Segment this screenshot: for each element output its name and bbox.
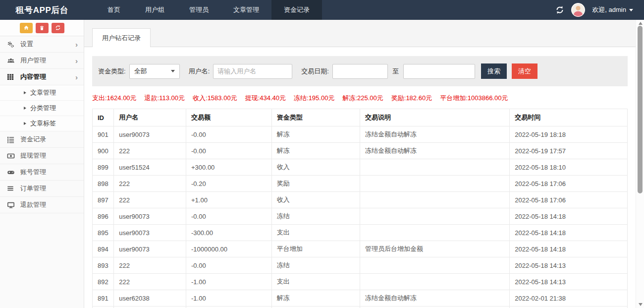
table-cell-3: +300.00 [186, 159, 271, 176]
app-brand: 租号APP后台 [0, 0, 84, 20]
bars-icon [7, 185, 15, 192]
table-cell-5: 冻结金额自动解冻 [360, 126, 509, 143]
user-menu[interactable]: 欢迎, admin [592, 5, 633, 14]
topnav-item-5[interactable]: 资金记录 [271, 0, 322, 20]
search-button[interactable]: 搜索 [481, 63, 507, 79]
date-to-input[interactable] [403, 64, 475, 79]
caret-right-icon [24, 91, 26, 94]
table-cell-2: user51524 [114, 159, 186, 176]
table-cell-1: 890 [93, 307, 114, 308]
table-cell-2: 222 [114, 257, 186, 274]
table-cell-4: 收入 [271, 192, 360, 208]
table-cell-6: 2022-02-01 21:38 [510, 290, 628, 307]
table-cell-2: 222 [114, 192, 186, 208]
sidebar-subitem-label: 分类管理 [30, 104, 56, 113]
vertical-scrollbar[interactable] [636, 20, 644, 308]
table-row: 899user51524+300.00收入2022-05-18 18:10 [93, 159, 628, 176]
table-cell-6: 2022-05-19 18:18 [510, 126, 628, 143]
summary-item: 提现:434.40元 [245, 94, 286, 103]
gamepad-icon [7, 168, 15, 176]
summary-item: 退款:113.00元 [145, 94, 185, 103]
table-cell-1: 897 [93, 192, 114, 208]
sidebar-item-5[interactable]: 提现管理 [0, 148, 84, 164]
table-cell-5: 冻结金额自动解冻 [360, 290, 509, 307]
table-row: 901user90073-0.00解冻冻结金额自动解冻2022-05-19 18… [93, 126, 628, 143]
refresh-icon[interactable] [555, 5, 564, 14]
table-cell-5 [360, 225, 509, 241]
table-cell-3: -0.00 [186, 257, 271, 274]
table-cell-4: 解冻 [271, 143, 360, 159]
table-cell-2: 222 [114, 143, 186, 159]
trash-button[interactable] [36, 23, 49, 33]
sidebar-item-label: 用户管理 [20, 56, 75, 65]
table-cell-4: 解冻 [271, 290, 360, 307]
table-row: 890user15008-0.00解冻冻结金额自动解冻2022-02-01 21… [93, 307, 628, 308]
sidebar-subitem-2[interactable]: 分类管理 [0, 101, 84, 116]
navbar-right: 欢迎, admin [555, 0, 644, 20]
column-header-6: 交易时间 [510, 109, 628, 126]
table-cell-1: 901 [93, 126, 114, 143]
summary-item: 奖励:182.60元 [391, 94, 432, 103]
sidebar-subitem-3[interactable]: 文章标签 [0, 116, 84, 131]
table-cell-5: 冻结金额自动解冻 [360, 307, 509, 308]
table-cell-4: 收入 [271, 159, 360, 176]
sidebar-item-1[interactable]: 设置› [0, 36, 84, 53]
table-cell-3: -300.00 [186, 225, 271, 241]
table-cell-3: -1.00 [186, 290, 271, 307]
table-cell-4: 支出 [271, 274, 360, 290]
table-cell-4: 冻结 [271, 257, 360, 274]
sidebar-item-7[interactable]: 订单管理 [0, 181, 84, 197]
sidebar-item-6[interactable]: 账号管理 [0, 164, 84, 181]
chevron-right-icon: › [75, 57, 78, 64]
recycle-button[interactable] [52, 23, 64, 33]
summary-bar: 支出:1624.00元退款:113.00元收入:1583.00元提现:434.4… [92, 94, 628, 103]
table-cell-1: 892 [93, 274, 114, 290]
table-cell-4: 冻结 [271, 208, 360, 225]
table-cell-3: -0.00 [186, 126, 271, 143]
table-cell-2: user15008 [114, 307, 186, 308]
sidebar-item-label: 设置 [20, 40, 75, 49]
table-row: 898222-0.20奖励2022-05-18 17:06 [93, 176, 628, 192]
table-cell-2: user90073 [114, 241, 186, 257]
table-row: 892222-1.00支出2022-05-18 14:13 [93, 274, 628, 290]
table-cell-1: 894 [93, 241, 114, 257]
table-cell-4: 解冻 [271, 126, 360, 143]
fund-type-select[interactable]: 全部 [129, 64, 180, 79]
filter-bar: 资金类型: 全部 用户名: 交易日期: 至 搜索 清空 [92, 56, 628, 86]
sidebar-item-8[interactable]: 退款管理 [0, 197, 84, 213]
sidebar-item-2[interactable]: 用户管理› [0, 53, 84, 69]
topnav-item-4[interactable]: 文章管理 [221, 0, 271, 20]
top-navbar: 租号APP后台 首页用户组管理员文章管理资金记录 欢迎, admin [0, 0, 644, 20]
avatar[interactable] [571, 3, 585, 17]
summary-item: 支出:1624.00元 [92, 94, 137, 103]
date-from-input[interactable] [332, 64, 388, 79]
table-cell-4: 平台增加 [271, 241, 360, 257]
table-cell-6: 2022-05-18 18:10 [510, 159, 628, 176]
scrollbar-thumb[interactable] [638, 26, 643, 193]
topnav-item-2[interactable]: 用户组 [133, 0, 177, 20]
tab-user-diamond-records[interactable]: 用户钻石记录 [92, 28, 151, 47]
topnav-item-3[interactable]: 管理员 [177, 0, 221, 20]
clear-button[interactable]: 清空 [512, 63, 537, 79]
table-cell-2: 222 [114, 274, 186, 290]
username-input[interactable] [213, 64, 292, 79]
home-button[interactable] [20, 23, 33, 33]
sidebar-subitem-1[interactable]: 文章管理 [0, 85, 84, 101]
table-cell-6: 2022-05-18 17:06 [510, 192, 628, 208]
table-cell-1: 899 [93, 159, 114, 176]
table-cell-3: -0.20 [186, 176, 271, 192]
date-to-label: 至 [392, 67, 399, 76]
table-cell-6: 2022-05-18 14:13 [510, 257, 628, 274]
sidebar-toolbar [0, 20, 84, 36]
table-cell-1: 893 [93, 257, 114, 274]
table-cell-5 [360, 257, 509, 274]
sidebar: 设置›用户管理›内容管理›文章管理分类管理文章标签资金记录提现管理账号管理订单管… [0, 20, 84, 308]
table-cell-2: user90073 [114, 126, 186, 143]
topnav-item-1[interactable]: 首页 [95, 0, 133, 20]
table-header-row: ID用户名交易额资金类型交易说明交易时间 [93, 109, 628, 126]
scroll-down-arrow[interactable] [636, 301, 644, 308]
table-cell-3: -0.00 [186, 208, 271, 225]
table-row: 896user90073-0.00冻结2022-05-18 14:18 [93, 208, 628, 225]
sidebar-item-3[interactable]: 内容管理› [0, 69, 84, 85]
sidebar-item-4[interactable]: 资金记录 [0, 131, 84, 148]
